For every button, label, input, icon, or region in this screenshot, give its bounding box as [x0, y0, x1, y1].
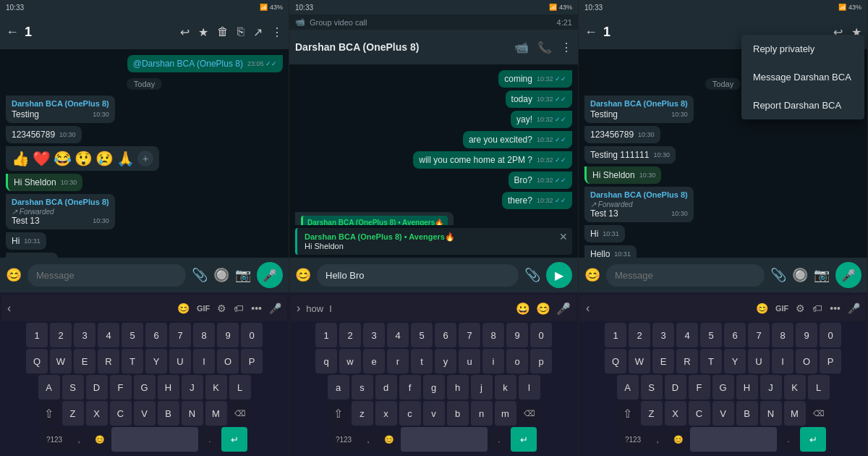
kb-more-icon[interactable]: ••• — [251, 303, 262, 314]
msg-sent-coming: coming 10:32 ✓✓ — [498, 70, 572, 88]
kb-key-8[interactable]: 8 — [193, 323, 215, 347]
kb-row-qwerty: Q W E R T Y U I O P — [1, 349, 287, 373]
kb-toolbar-3: ‹ 😊 GIF ⚙ 🏷 ••• 🎤 — [580, 295, 866, 321]
status-bar-3: 10:33 📶 43% — [579, 0, 867, 14]
kb-key-2[interactable]: 2 — [50, 323, 72, 347]
reply-close-btn[interactable]: ✕ — [559, 231, 568, 242]
back-btn-1[interactable]: ← — [6, 25, 19, 40]
kb-mic-icon-2[interactable]: 🎤 — [556, 302, 571, 316]
date-divider-1: Today — [127, 78, 162, 90]
msg-received-emoji: 👍❤️😂😲😢🙏 + — [6, 146, 159, 171]
msg-text: @Darshan BCA (OnePlus 8) — [133, 59, 243, 69]
msg-received-hello: Hello 10:31 — [6, 253, 58, 258]
kb-emoji-icon-3[interactable]: 😊 — [756, 303, 768, 314]
dropdown-report-darshan[interactable]: Report Darshan BCA — [741, 91, 864, 119]
kb-key-5[interactable]: 5 — [122, 323, 143, 347]
kb-settings-icon[interactable]: ⚙ — [217, 303, 226, 314]
msg-received-numbers: 123456789 10:30 — [6, 126, 82, 143]
msg-received-hi: Hi 10:31 — [6, 232, 46, 250]
kb-key-7[interactable]: 7 — [169, 323, 191, 347]
delete-icon-1[interactable]: 🗑 — [217, 25, 229, 39]
message-input-3[interactable] — [606, 264, 765, 287]
msg-received-forwarded: Darshan BCA (OnePlus 8) ↗ Forwarded Test… — [6, 194, 115, 229]
kb-key-1[interactable]: 1 — [26, 323, 48, 347]
chat-area-2: coming 10:32 ✓✓ today 10:32 ✓✓ yay! 10:3… — [289, 64, 578, 225]
keyboard-2: › how I 😀 😊 🎤 1234567890 qwertyuiop asdf… — [289, 292, 578, 456]
msg-p3-hi: Hi 10:31 — [584, 225, 625, 242]
camera-icon-1[interactable]: 🔘 — [213, 267, 229, 283]
kb-key-6[interactable]: 6 — [145, 323, 167, 347]
reply-quote: Darshan BCA (OnePlus 8) • Avengers🔥 Hi S… — [301, 216, 448, 225]
send-btn-2[interactable]: ▶ — [546, 262, 572, 288]
group-video-time: 4:21 — [557, 18, 572, 27]
msg-p3-numbers: 123456789 10:30 — [584, 126, 660, 143]
add-emoji-btn[interactable]: + — [137, 151, 153, 166]
kb-toolbar-1: ‹ 😊 GIF ⚙ 🏷 ••• 🎤 — [1, 295, 287, 321]
dropdown-reply-privately[interactable]: Reply privately — [741, 35, 864, 63]
emoji-icon-1[interactable]: 😊 — [6, 267, 22, 283]
top-bar-icons-1: ↩ ★ 🗑 ⎘ ↗ ⋮ — [180, 25, 283, 39]
attach-icon-2[interactable]: 📎 — [524, 267, 540, 283]
kb-back-btn-3[interactable]: ‹ — [586, 302, 590, 315]
dropdown-message-darshan[interactable]: Message Darshan BCA — [741, 63, 864, 91]
panel-1: 10:33 📶 43% ← 1 ↩ ★ 🗑 ⎘ ↗ ⋮ @Darshan BCA… — [0, 0, 289, 456]
message-input-2[interactable] — [317, 264, 519, 287]
time-1: 10:33 — [6, 4, 24, 12]
camera-icon-3[interactable]: 🔘 — [792, 267, 808, 283]
dropdown-menu: Reply privately Message Darshan BCA Repo… — [741, 35, 864, 119]
msg-received-hi-sheldon: Hi Sheldon 10:30 — [6, 174, 82, 191]
photo-icon-1[interactable]: 📷 — [235, 267, 251, 283]
msg-input-bar-2: 😊 📎 ▶ — [289, 258, 578, 292]
msg-input-bar-3: 😊 📎 🔘 📷 🎤 — [579, 258, 867, 292]
status-bar-1: 10:33 📶 43% — [0, 0, 289, 14]
attach-icon-1[interactable]: 📎 — [192, 267, 208, 283]
kb-key-9[interactable]: 9 — [217, 323, 239, 347]
time-2: 10:33 — [295, 4, 313, 12]
share-icon-1[interactable]: ↗ — [253, 25, 263, 39]
copy-icon-1[interactable]: ⎘ — [237, 25, 244, 39]
kb-sticker-icon[interactable]: 🏷 — [234, 303, 244, 314]
kb-key-3[interactable]: 3 — [74, 323, 95, 347]
reply-bar-text: Hi Sheldon — [305, 242, 565, 250]
group-video-bar: 📹 Group video call 4:21 — [289, 14, 578, 30]
msg-received-hipenny: Darshan BCA (OnePlus 8) • Avengers🔥 Hi S… — [295, 212, 454, 225]
top-bar-1: ← 1 ↩ ★ 🗑 ⎘ ↗ ⋮ — [0, 14, 289, 49]
group-video-text: Group video call — [310, 18, 367, 27]
status-bar-2: 10:33 📶 43% — [289, 0, 578, 14]
panel-2: 10:33 📶 43% 📹 Group video call 4:21 Dars… — [289, 0, 579, 456]
kb-mic-icon[interactable]: 🎤 — [269, 303, 281, 314]
kb-row-asdf: A S D F G H J K L — [1, 375, 287, 400]
reply-bar-2: Darshan BCA (OnePlus 8) • Avengers🔥 Hi S… — [295, 228, 572, 255]
kb-key-0[interactable]: 0 — [241, 323, 263, 347]
kb-emoji-icon[interactable]: 😊 — [177, 303, 190, 314]
msg-sent-home: will you come home at 2PM ? 10:32 ✓✓ — [413, 151, 572, 169]
msg-input-bar-1: 😊 📎 🔘 📷 🎤 — [0, 258, 289, 292]
emoji-icon-3[interactable]: 😊 — [584, 267, 600, 283]
reply-icon-1[interactable]: ↩ — [180, 25, 190, 39]
kb-back-btn[interactable]: ‹ — [7, 302, 11, 315]
attach-icon-3[interactable]: 📎 — [770, 267, 786, 283]
more-icon-1[interactable]: ⋮ — [271, 25, 283, 39]
kb-row-zxcv: ⇧ Z X C V B N M ⌫ — [1, 401, 287, 426]
date-divider-3: Today — [705, 78, 741, 90]
reply-bar-title: Darshan BCA (OnePlus 8) • Avengers🔥 — [305, 232, 565, 242]
video-call-icon[interactable]: 📹 — [514, 41, 529, 54]
status-icons-1: 📶 43% — [260, 4, 283, 11]
keyboard-1: ‹ 😊 GIF ⚙ 🏷 ••• 🎤 1 2 3 4 5 6 7 8 9 0 Q … — [0, 292, 289, 456]
star-icon-1[interactable]: ★ — [198, 25, 208, 39]
emoji-icon-2[interactable]: 😊 — [295, 267, 311, 283]
msg-p3-hisheldon: Hi Sheldon 10:30 — [584, 166, 661, 184]
kb-bottom-row: ?123 , 😊 . ↵ — [1, 427, 287, 452]
back-btn-3[interactable]: ← — [584, 25, 597, 40]
mic-btn-1[interactable]: 🎤 — [257, 262, 283, 288]
mic-btn-3[interactable]: 🎤 — [835, 262, 861, 288]
kb-key-4[interactable]: 4 — [98, 323, 119, 347]
kb-gif-icon[interactable]: GIF — [197, 304, 210, 313]
more-icon-2[interactable]: ⋮ — [561, 41, 572, 54]
message-input-1[interactable] — [27, 264, 186, 287]
msg-sent-bro: Bro? 10:32 ✓✓ — [509, 172, 572, 189]
phone-icon[interactable]: 📞 — [537, 41, 552, 54]
chat-area-1: @Darshan BCA (OnePlus 8) 23:05 ✓✓ Today … — [0, 49, 289, 258]
photo-icon-3[interactable]: 📷 — [814, 267, 830, 283]
msg-sent-yay: yay! 10:32 ✓✓ — [511, 111, 572, 128]
